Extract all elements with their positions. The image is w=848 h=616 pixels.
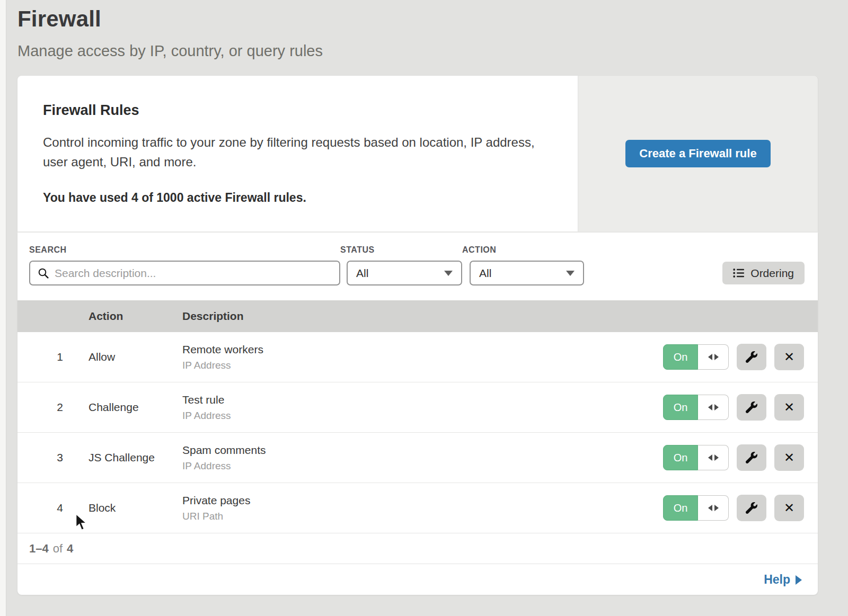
search-label: SEARCH xyxy=(29,245,340,255)
arrow-right-icon xyxy=(714,454,719,461)
pagination-total: 4 xyxy=(67,542,73,556)
action-column-header: Action xyxy=(89,310,182,323)
rule-priority: 4 xyxy=(17,502,89,514)
firewall-rules-card: Firewall Rules Control incoming traffic … xyxy=(17,76,818,231)
wrench-icon xyxy=(746,351,757,363)
rule-priority: 3 xyxy=(17,451,89,464)
table-header: Action Description xyxy=(17,300,818,332)
card-heading: Firewall Rules xyxy=(43,102,552,119)
chevron-down-icon xyxy=(566,271,575,276)
toggle-on-button[interactable]: On xyxy=(663,445,698,470)
rule-controls: On ✕ xyxy=(663,444,818,471)
wrench-icon xyxy=(746,401,757,413)
status-selected-value: All xyxy=(356,267,368,280)
page-subtitle: Manage access by IP, country, or query r… xyxy=(17,42,818,60)
delete-rule-button[interactable]: ✕ xyxy=(774,344,804,370)
chevron-down-icon xyxy=(444,271,453,276)
rule-enabled-toggle: On xyxy=(663,495,729,521)
status-label: STATUS xyxy=(340,245,462,255)
ordering-button[interactable]: Ordering xyxy=(722,262,805,284)
rule-match-type: IP Address xyxy=(182,410,663,422)
ordered-list-icon xyxy=(733,268,745,278)
x-icon: ✕ xyxy=(784,350,794,364)
rules-panel: SEARCH STATUS All ACTION All xyxy=(17,233,818,595)
action-select[interactable]: All xyxy=(470,261,584,285)
firewall-rules-card-side: Create a Firewall rule xyxy=(578,76,818,231)
card-description: Control incoming traffic to your zone by… xyxy=(43,132,546,172)
pagination-of: of xyxy=(53,542,63,556)
rule-description: Spam comments xyxy=(182,444,663,457)
arrow-left-icon xyxy=(708,454,712,461)
help-link-label: Help xyxy=(764,573,790,587)
x-icon: ✕ xyxy=(784,400,794,415)
search-filter-group: SEARCH xyxy=(29,245,340,285)
rule-match-type: URI Path xyxy=(182,511,663,522)
wrench-icon xyxy=(746,452,757,463)
table-row: 3 JS Challenge Spam comments IP Address … xyxy=(17,433,818,483)
pagination: 1–4 of 4 xyxy=(17,533,818,564)
help-link[interactable]: Help xyxy=(764,573,802,587)
rule-description-cell: Spam comments IP Address xyxy=(182,444,663,472)
search-box xyxy=(29,261,340,285)
search-input[interactable] xyxy=(55,267,332,280)
rule-controls: On ✕ xyxy=(663,495,818,521)
rule-match-type: IP Address xyxy=(182,460,663,472)
rule-action: Block xyxy=(89,502,182,514)
description-column-header: Description xyxy=(182,310,818,323)
action-selected-value: All xyxy=(479,267,491,280)
table-row: 1 Allow Remote workers IP Address On xyxy=(17,332,818,382)
rule-match-type: IP Address xyxy=(182,360,663,371)
delete-rule-button[interactable]: ✕ xyxy=(774,444,804,471)
toggle-arrows-button[interactable] xyxy=(698,495,729,521)
chevron-right-icon xyxy=(796,575,802,585)
arrow-left-icon xyxy=(708,505,712,511)
x-icon: ✕ xyxy=(784,501,794,515)
window-left-edge xyxy=(0,0,6,616)
delete-rule-button[interactable]: ✕ xyxy=(774,394,804,421)
arrow-right-icon xyxy=(714,354,719,360)
toggle-on-button[interactable]: On xyxy=(663,495,698,521)
edit-rule-button[interactable] xyxy=(737,394,766,421)
arrow-left-icon xyxy=(708,404,712,410)
search-icon xyxy=(38,267,49,279)
panel-footer: Help xyxy=(17,564,818,595)
action-label: ACTION xyxy=(462,245,584,255)
toggle-on-button[interactable]: On xyxy=(663,395,698,420)
page-title: Firewall xyxy=(17,6,818,32)
toggle-on-button[interactable]: On xyxy=(663,344,698,370)
rule-action: Allow xyxy=(89,351,182,363)
rule-enabled-toggle: On xyxy=(663,445,729,470)
rule-description: Test rule xyxy=(182,394,663,406)
arrow-left-icon xyxy=(708,354,712,360)
edit-rule-button[interactable] xyxy=(737,495,766,521)
rule-description: Private pages xyxy=(182,494,663,507)
rule-description-cell: Remote workers IP Address xyxy=(182,343,663,371)
rule-priority: 1 xyxy=(17,351,89,363)
filters-bar: SEARCH STATUS All ACTION All xyxy=(17,233,818,300)
rule-controls: On ✕ xyxy=(663,394,818,421)
toggle-arrows-button[interactable] xyxy=(698,445,729,470)
create-firewall-rule-button[interactable]: Create a Firewall rule xyxy=(625,140,770,167)
pagination-range: 1–4 xyxy=(29,542,49,556)
toggle-arrows-button[interactable] xyxy=(698,395,729,420)
edit-rule-button[interactable] xyxy=(737,344,766,370)
toggle-arrows-button[interactable] xyxy=(698,344,729,370)
rule-description-cell: Test rule IP Address xyxy=(182,394,663,422)
arrow-right-icon xyxy=(714,505,719,511)
delete-rule-button[interactable]: ✕ xyxy=(774,495,804,521)
ordering-button-label: Ordering xyxy=(750,267,794,280)
table-row: 2 Challenge Test rule IP Address On xyxy=(17,382,818,433)
arrow-right-icon xyxy=(714,404,719,410)
action-filter-group: ACTION All xyxy=(462,245,584,285)
card-usage-count: You have used 4 of 1000 active Firewall … xyxy=(43,191,552,205)
table-row: 4 Block Private pages URI Path On xyxy=(17,483,818,533)
edit-rule-button[interactable] xyxy=(737,444,766,471)
rule-enabled-toggle: On xyxy=(663,395,729,420)
status-filter-group: STATUS All xyxy=(340,245,462,285)
firewall-rules-card-body: Firewall Rules Control incoming traffic … xyxy=(17,76,578,231)
status-select[interactable]: All xyxy=(347,261,462,285)
rule-action: Challenge xyxy=(89,401,182,414)
rule-description: Remote workers xyxy=(182,343,663,356)
firewall-page: Firewall Manage access by IP, country, o… xyxy=(17,0,818,595)
rule-description-cell: Private pages URI Path xyxy=(182,494,663,522)
